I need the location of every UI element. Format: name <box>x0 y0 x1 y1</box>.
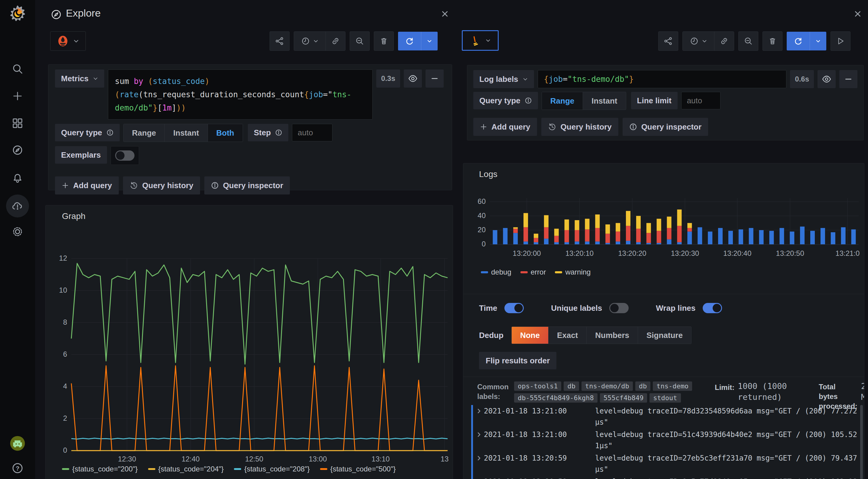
datasource-picker-loki[interactable] <box>462 30 499 51</box>
explore-compass-icon[interactable] <box>11 143 24 157</box>
bar-warning <box>657 219 661 231</box>
query-type-range[interactable]: Range <box>542 92 583 110</box>
dedup-option-numbers[interactable]: Numbers <box>586 327 638 344</box>
bar-error <box>585 230 589 242</box>
clock-icon <box>301 37 310 45</box>
step-label: Step <box>254 128 271 137</box>
cloud-alert-icon[interactable] <box>11 199 24 213</box>
remove-query-button[interactable] <box>426 69 444 88</box>
settings-gear-icon[interactable] <box>11 225 24 238</box>
close-right-pane-button[interactable] <box>852 8 864 20</box>
x-axis-tick: 13:20:50 <box>772 249 808 258</box>
bar-error <box>687 228 692 232</box>
legend-item[interactable]: warning <box>555 268 591 276</box>
limit-label: Limit: <box>715 383 735 392</box>
total-bytes-value: 2 MB <box>861 381 864 403</box>
zoom-out-button[interactable] <box>350 31 370 51</box>
bar-debug <box>708 232 712 244</box>
run-query-button[interactable] <box>787 32 810 50</box>
dashboards-icon[interactable] <box>11 116 24 130</box>
bar-error <box>554 236 559 242</box>
zoom-out-button[interactable] <box>738 31 758 51</box>
chevron-right-icon <box>476 455 482 463</box>
log-row[interactable]: 2021-01-18 13:21:00level=debug traceID=5… <box>471 429 859 452</box>
common-label-badge: db <box>564 381 579 391</box>
chevron-down-icon <box>313 38 318 44</box>
user-avatar[interactable] <box>9 435 26 452</box>
query-type-instant[interactable]: Instant <box>583 92 626 110</box>
flip-results-order-button[interactable]: Flip results order <box>479 352 556 369</box>
close-left-pane-button[interactable] <box>439 8 451 20</box>
query-type-both[interactable]: Both <box>208 124 243 142</box>
share-button[interactable] <box>658 31 678 51</box>
query-inspector-button[interactable]: Query inspector <box>204 176 290 195</box>
logs-legend: debugerrorwarning <box>481 268 591 276</box>
add-query-button[interactable]: Add query <box>55 176 119 195</box>
log-row[interactable]: 2021-01-18 13:21:00level=debug traceID=7… <box>471 405 859 429</box>
info-icon <box>525 97 532 104</box>
add-query-button[interactable]: Add query <box>473 118 537 136</box>
legend-item[interactable]: {status_code="200"} <box>62 465 138 473</box>
share-button[interactable] <box>270 31 289 51</box>
run-interval-caret[interactable] <box>421 32 438 50</box>
step-input[interactable] <box>292 124 333 141</box>
datasource-picker-prometheus[interactable] <box>50 31 86 51</box>
x-axis-tick: 13:20:30 <box>667 249 703 258</box>
run-interval-caret[interactable] <box>810 32 826 50</box>
sync-icon <box>405 36 414 46</box>
run-query-button[interactable] <box>398 32 421 50</box>
common-labels-label: Common labels: <box>477 382 510 401</box>
query-token: "tns-demo/db" <box>567 75 629 84</box>
promql-query-input[interactable]: sum by (status_code)(rate(tns_request_du… <box>108 69 373 119</box>
query-type-instant[interactable]: Instant <box>164 124 207 142</box>
bar-debug <box>595 242 600 244</box>
exemplars-toggle[interactable] <box>115 150 134 161</box>
live-tail-button[interactable] <box>831 31 850 51</box>
add-icon[interactable] <box>11 90 24 103</box>
log-timestamp: 2021-01-18 13:21:00 <box>484 429 595 440</box>
legend-item[interactable]: error <box>521 268 546 276</box>
clear-all-trash-button[interactable] <box>763 31 782 51</box>
query-inspector-button[interactable]: Query inspector <box>623 118 708 136</box>
history-icon <box>130 181 138 190</box>
toggle-switch[interactable] <box>609 303 629 313</box>
log-row[interactable]: 2021-01-18 13:20:59level=debug traceID=1… <box>471 476 859 479</box>
metrics-selector[interactable]: Metrics <box>55 69 104 88</box>
query-type-range[interactable]: Range <box>124 124 164 142</box>
grafana-logo[interactable] <box>8 5 27 23</box>
dedup-option-exact[interactable]: Exact <box>548 327 586 344</box>
search-icon[interactable] <box>11 62 24 75</box>
log-message: level=debug traceID=1c5c77d8849ea95c msg… <box>595 476 859 479</box>
legend-item[interactable]: debug <box>481 268 512 276</box>
copy-link-button[interactable] <box>326 32 345 50</box>
legend-item[interactable]: {status_code="208"} <box>234 465 310 473</box>
logql-query-input[interactable]: {job="tns-demo/db"} <box>538 70 787 88</box>
legend-item[interactable]: {status_code="204"} <box>148 465 224 473</box>
dedup-option-signature[interactable]: Signature <box>638 327 691 344</box>
bar-debug <box>647 243 651 244</box>
line-limit-input[interactable] <box>681 92 720 109</box>
clear-all-trash-button[interactable] <box>374 31 394 51</box>
dedup-option-none[interactable]: None <box>512 327 548 344</box>
time-picker-button[interactable] <box>683 32 714 50</box>
query-history-button[interactable]: Query history <box>123 176 200 195</box>
logs-scrollbar[interactable] <box>860 405 863 479</box>
time-picker-button[interactable] <box>294 32 326 50</box>
remove-query-button[interactable] <box>839 70 858 88</box>
x-axis-tick: 13:20:40 <box>719 249 755 258</box>
log-row[interactable]: 2021-01-18 13:20:59level=debug traceID=2… <box>471 452 859 476</box>
legend-item[interactable]: {status_code="500"} <box>320 465 396 473</box>
run-query-split-button <box>787 32 826 50</box>
bar-debug <box>493 230 497 244</box>
x-axis-tick: 12:30 <box>109 455 145 463</box>
hide-query-eye-button[interactable] <box>817 70 836 88</box>
hide-query-eye-button[interactable] <box>404 69 422 88</box>
log-labels-selector[interactable]: Log labels <box>473 70 534 88</box>
toggle-switch[interactable] <box>504 303 524 313</box>
alerting-bell-icon[interactable] <box>11 171 24 184</box>
query-history-button[interactable]: Query history <box>541 118 618 136</box>
help-icon[interactable]: ? <box>11 461 24 475</box>
legend-color-chip <box>521 271 528 273</box>
toggle-switch[interactable] <box>703 303 722 313</box>
copy-link-button[interactable] <box>714 32 734 50</box>
